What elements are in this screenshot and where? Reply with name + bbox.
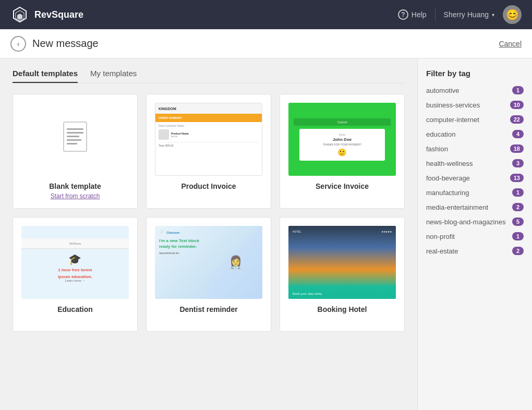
avatar-emoji: 😊 [506, 8, 519, 21]
filter-tag-media-entertainment[interactable]: media-entertainment2 [426, 203, 524, 211]
user-menu-button[interactable]: Sherry Huang ▾ [444, 10, 494, 19]
svg-rect-8 [67, 143, 77, 144]
inv-header: KINGDOM [155, 103, 262, 114]
template-blank[interactable]: Blank template Start from scratch [13, 94, 138, 209]
chevron-down-icon: ▾ [492, 12, 494, 18]
svg-rect-4 [67, 128, 83, 130]
filter-tag-automotive[interactable]: automotive1 [426, 86, 524, 94]
help-label: Help [412, 10, 427, 19]
product-invoice-name: Product Invoice [181, 182, 236, 190]
filter-tag-non-profit[interactable]: non-profit1 [426, 232, 524, 240]
filter-tags-list: automotive1business-services10computer-i… [426, 86, 524, 255]
filter-tag-food-beverage[interactable]: food-beverage13 [426, 174, 524, 182]
user-name: Sherry Huang [444, 10, 489, 19]
filter-tag-label: non-profit [426, 233, 455, 240]
logo-icon [10, 5, 29, 24]
filter-tag-count: 1 [512, 232, 524, 240]
filter-sidebar: Filter by tag automotive1business-servic… [417, 58, 532, 410]
tabs: Default templates My templates [13, 69, 405, 83]
filter-tag-label: manufacturing [426, 189, 469, 197]
template-product-invoice[interactable]: KINGDOM ORDER SUMMARY Dear Customer Name… [146, 94, 271, 209]
main-content: Default templates My templates [0, 58, 532, 410]
filter-tag-label: news-blog-and-magazines [426, 218, 505, 226]
back-icon: ‹ [10, 36, 26, 52]
service-preview: Typepad Dear John Doe THANKS FOR YOUR PA… [288, 103, 396, 176]
svg-rect-7 [67, 139, 81, 141]
svg-rect-5 [67, 132, 83, 134]
header-right: ? Help Sherry Huang ▾ 😊 [398, 5, 522, 24]
filter-tag-health-wellness[interactable]: health-wellness3 [426, 159, 524, 167]
filter-tag-label: food-beverage [426, 174, 470, 182]
templates-grid: Blank template Start from scratch KINGDO… [13, 94, 405, 332]
filter-tag-count: 13 [510, 174, 524, 182]
filter-tag-education[interactable]: education4 [426, 130, 524, 138]
filter-tag-label: fashion [426, 145, 448, 153]
filter-title: Filter by tag [426, 69, 524, 78]
svg-rect-6 [67, 136, 79, 137]
template-education[interactable]: SkillShare 🎓 1 hour free lorem ipsum edu… [13, 217, 138, 332]
service-invoice-name: Service Invoice [316, 182, 369, 190]
tab-my-templates[interactable]: My templates [90, 69, 137, 83]
dentist-thumbnail: 🦷 Clinicare I'm a new Text blockready fo… [155, 226, 262, 299]
filter-tag-label: computer-internet [426, 116, 479, 124]
filter-tag-news-blog-and-magazines[interactable]: news-blog-and-magazines5 [426, 218, 524, 226]
page-title: New message [32, 38, 99, 50]
education-thumbnail: SkillShare 🎓 1 hour free lorem ipsum edu… [21, 226, 129, 299]
filter-tag-computer-internet[interactable]: computer-internet22 [426, 115, 524, 124]
cancel-button[interactable]: Cancel [499, 40, 522, 48]
filter-tag-count: 18 [510, 144, 524, 153]
header: RevSquare ? Help Sherry Huang ▾ 😊 [0, 0, 532, 29]
logo-area: RevSquare [10, 5, 398, 24]
template-dentist-reminder[interactable]: 🦷 Clinicare I'm a new Text blockready fo… [146, 217, 271, 332]
blank-template-name: Blank template [49, 182, 101, 190]
start-from-scratch-link[interactable]: Start from scratch [51, 192, 100, 200]
filter-tag-label: real-estate [426, 247, 458, 255]
content-area: Default templates My templates [0, 58, 417, 410]
svg-marker-2 [17, 14, 22, 20]
filter-tag-label: business-services [426, 101, 480, 109]
filter-tag-count: 1 [512, 86, 524, 94]
edu-preview: SkillShare 🎓 1 hour free lorem ipsum edu… [21, 226, 129, 299]
filter-tag-label: education [426, 130, 455, 138]
filter-tag-label: automotive [426, 87, 460, 94]
filter-tag-manufacturing[interactable]: manufacturing1 [426, 188, 524, 197]
hotel-thumbnail: HOTEL ★★★★★ Book your stay today [288, 226, 396, 299]
education-name: Education [57, 305, 93, 313]
invoice-preview: KINGDOM ORDER SUMMARY Dear Customer Name… [155, 103, 262, 176]
filter-tag-count: 10 [510, 101, 524, 109]
booking-hotel-name: Booking Hotel [318, 305, 367, 313]
filter-tag-count: 5 [512, 218, 524, 226]
help-button[interactable]: ? Help [398, 9, 427, 20]
filter-tag-fashion[interactable]: fashion18 [426, 144, 524, 153]
filter-tag-business-services[interactable]: business-services10 [426, 101, 524, 109]
help-icon: ? [398, 9, 408, 20]
filter-tag-count: 22 [510, 115, 524, 124]
logo-text: RevSquare [34, 9, 83, 20]
hotel-preview: HOTEL ★★★★★ Book your stay today [288, 226, 396, 299]
product-invoice-thumbnail: KINGDOM ORDER SUMMARY Dear Customer Name… [155, 103, 262, 176]
template-service-invoice[interactable]: Typepad Dear John Doe THANKS FOR YOUR PA… [280, 94, 405, 209]
sub-header: ‹ New message Cancel [0, 29, 532, 58]
dentist-preview: 🦷 Clinicare I'm a new Text blockready fo… [155, 226, 262, 299]
filter-tag-label: health-wellness [426, 160, 473, 167]
avatar[interactable]: 😊 [503, 5, 522, 24]
filter-tag-count: 2 [512, 247, 524, 255]
service-invoice-thumbnail: Typepad Dear John Doe THANKS FOR YOUR PA… [288, 103, 396, 176]
header-divider [435, 8, 436, 21]
blank-thumbnail [21, 103, 129, 176]
template-booking-hotel[interactable]: HOTEL ★★★★★ Book your stay today Booking… [280, 217, 405, 332]
back-button[interactable]: ‹ New message [10, 36, 99, 52]
filter-tag-count: 2 [512, 203, 524, 211]
filter-tag-label: media-entertainment [426, 203, 488, 211]
dentist-reminder-name: Dentist reminder [179, 305, 237, 313]
tab-default-templates[interactable]: Default templates [13, 69, 78, 83]
filter-tag-count: 3 [512, 159, 524, 167]
filter-tag-real-estate[interactable]: real-estate2 [426, 247, 524, 255]
filter-tag-count: 1 [512, 188, 524, 197]
blank-icon [59, 121, 91, 158]
filter-tag-count: 4 [512, 130, 524, 138]
